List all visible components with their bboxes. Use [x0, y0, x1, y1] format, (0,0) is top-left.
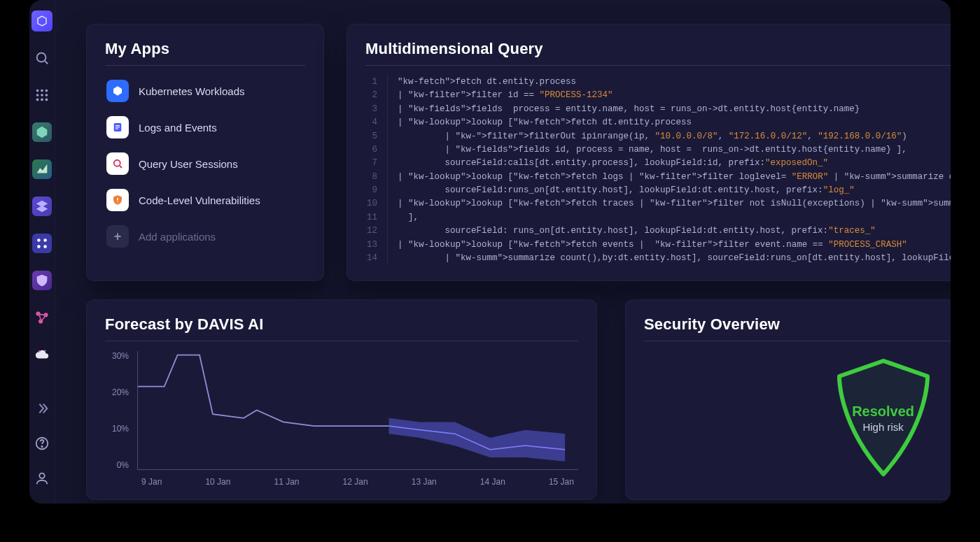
analytics-icon[interactable] [29, 158, 55, 180]
app-kubernetes-workloads[interactable]: Kubernetes Workloads [105, 76, 305, 106]
app-code-vulnerabilities[interactable]: Code-Level Vulnerabilities [105, 185, 305, 215]
svg-point-21 [41, 446, 42, 447]
expand-icon[interactable] [29, 396, 55, 421]
security-risk: High risk [862, 421, 903, 433]
forecast-chart: 30%20%10%0% 9 Jan10 Jan11 Jan12 Jan13 Ja… [105, 351, 578, 484]
query-card: Multidimensional Query 12345678910111213… [346, 24, 951, 281]
code-content[interactable]: "kw-fetch">fetch dt.entity.process| "kw-… [388, 76, 951, 265]
plus-icon: + [106, 225, 129, 248]
app-logo[interactable] [29, 10, 55, 31]
sessions-app-icon [106, 152, 129, 175]
security-card: Security Overview Resolved High risk [625, 299, 951, 500]
svg-point-6 [46, 94, 48, 97]
layers-icon[interactable] [29, 195, 55, 217]
query-title: Multidimensional Query [365, 40, 951, 66]
svg-point-3 [46, 89, 48, 92]
network-icon[interactable] [29, 306, 55, 328]
add-label: Add applications [139, 231, 216, 243]
svg-point-1 [36, 89, 39, 92]
security-status: Resolved [852, 404, 914, 420]
svg-point-14 [43, 245, 47, 248]
svg-point-28 [114, 160, 120, 166]
help-icon[interactable] [29, 431, 55, 456]
app-label: Query User Sessions [139, 158, 238, 170]
vuln-app-icon [106, 189, 129, 211]
svg-point-12 [43, 238, 47, 242]
forecast-title: Forecast by DAVIS AI [105, 315, 578, 341]
security-shield-icon[interactable] [29, 269, 55, 291]
kubernetes-icon[interactable] [29, 121, 55, 143]
svg-point-8 [41, 98, 43, 101]
svg-point-5 [41, 94, 43, 97]
code-block: 1234567891011121314 "kw-fetch">fetch dt.… [365, 76, 951, 265]
svg-point-29 [117, 201, 118, 203]
main-content: My Apps Kubernetes Workloads Logs and Ev… [55, 0, 951, 504]
app-label: Code-Level Vulnerabilities [139, 194, 260, 206]
my-apps-title: My Apps [105, 40, 305, 66]
svg-point-9 [46, 98, 48, 101]
svg-rect-27 [115, 129, 118, 129]
svg-point-15 [36, 312, 40, 315]
svg-rect-26 [115, 127, 120, 127]
svg-point-11 [37, 238, 41, 242]
app-label: Logs and Events [139, 122, 217, 134]
sidebar [29, 0, 55, 504]
apps-grid-icon[interactable] [29, 84, 55, 106]
svg-point-18 [38, 350, 41, 352]
svg-marker-10 [37, 126, 48, 138]
chart-plot [137, 351, 578, 470]
search-icon[interactable] [29, 47, 55, 69]
add-applications-button[interactable]: + Add applications [105, 221, 305, 252]
svg-point-2 [41, 89, 43, 92]
logs-app-icon [106, 116, 129, 138]
my-apps-card: My Apps Kubernetes Workloads Logs and Ev… [86, 24, 324, 281]
cloud-icon[interactable] [29, 343, 55, 365]
svg-point-13 [37, 245, 41, 248]
app-query-sessions[interactable]: Query User Sessions [105, 148, 305, 179]
svg-point-7 [36, 98, 39, 101]
chart-y-axis: 30%20%10%0% [105, 351, 133, 470]
svg-rect-25 [115, 125, 120, 126]
chart-x-axis: 9 Jan10 Jan11 Jan12 Jan13 Jan14 Jan15 Ja… [137, 477, 578, 487]
security-title: Security Overview [644, 315, 951, 341]
app-label: Kubernetes Workloads [139, 85, 244, 97]
svg-point-22 [39, 473, 44, 478]
app-window: My Apps Kubernetes Workloads Logs and Ev… [29, 0, 951, 504]
forecast-card: Forecast by DAVIS AI 30%20%10%0% 9 Jan10… [86, 299, 597, 500]
line-gutter: 1234567891011121314 [365, 76, 388, 265]
svg-point-0 [37, 52, 46, 62]
svg-point-19 [44, 350, 46, 351]
app-logs-events[interactable]: Logs and Events [105, 112, 305, 143]
security-shield: Resolved High risk [831, 357, 936, 479]
integrations-icon[interactable] [29, 232, 55, 254]
kubernetes-app-icon [106, 80, 129, 102]
svg-marker-23 [113, 86, 122, 96]
svg-point-4 [36, 94, 39, 97]
user-icon[interactable] [29, 466, 55, 491]
